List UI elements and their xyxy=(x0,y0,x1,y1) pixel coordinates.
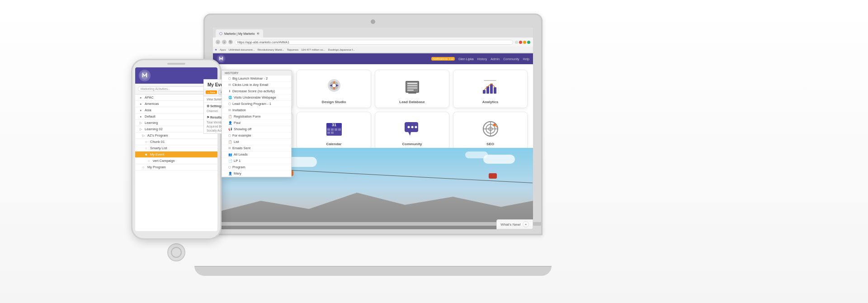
dropdown-item-3[interactable]: 🌐 Visits Undesirable Webpage xyxy=(222,95,291,101)
marketo-nav-items: Notifications: 112 Glen Lipka History Ad… xyxy=(431,57,529,61)
sidebar-item-vertcampaign[interactable]: ○ vert Campaign xyxy=(135,158,217,164)
dropdown-item-11[interactable]: ✉ Emails Sent xyxy=(222,145,291,152)
sidebar-label-smartylist: Smarty List xyxy=(150,146,167,150)
tile-label-calendar: Calendar xyxy=(326,142,341,146)
whats-new-bar[interactable]: What's New! + xyxy=(496,219,533,229)
svg-rect-32 xyxy=(338,128,341,131)
dropdown-icon: ⬡ xyxy=(228,77,231,80)
tile-analytics[interactable]: Analytics xyxy=(453,70,528,108)
dropdown-item-13[interactable]: 📄 LP 1 xyxy=(222,158,291,164)
marketo-navbar: Notifications: 112 Glen Lipka History Ad… xyxy=(213,53,533,64)
sidebar-item-myevent[interactable]: ■ My Event xyxy=(135,152,217,158)
admin-link[interactable]: Admin xyxy=(491,57,500,61)
whats-new-icon: + xyxy=(523,221,529,227)
back-button[interactable]: ‹ xyxy=(216,40,220,44)
phone-speaker xyxy=(167,63,185,65)
svg-rect-33 xyxy=(327,132,330,134)
address-bar-input[interactable]: https://app-abb.marketo.com/#MMA1 xyxy=(235,40,513,45)
design-studio-icon xyxy=(323,76,345,98)
new-button[interactable]: + New xyxy=(206,90,217,94)
bookmark-item[interactable]: Taquimos xyxy=(287,48,299,51)
svg-rect-31 xyxy=(335,128,337,131)
svg-rect-23 xyxy=(494,87,496,94)
sidebar-label-learning: Learning xyxy=(145,121,158,125)
svg-point-12 xyxy=(332,84,336,87)
dropdown-item-5[interactable]: ✉ Invitation xyxy=(222,107,291,114)
tree-icon-myevent: ■ xyxy=(145,153,149,156)
cloud-3 xyxy=(483,155,515,164)
user-name[interactable]: Glen Lipka xyxy=(458,57,473,61)
dropdown-icon: 👥 xyxy=(228,153,232,156)
dropdown-section-history: History xyxy=(222,71,291,76)
search-input[interactable]: Marketing Activities... xyxy=(138,86,208,91)
sidebar-label-default: Default xyxy=(145,114,156,118)
cloud-4 xyxy=(465,152,488,158)
tile-label-design: Design Studio xyxy=(322,100,346,104)
dropdown-icon: ⬇ xyxy=(228,90,231,93)
calendar-icon: 31 xyxy=(323,118,345,140)
notifications-badge[interactable]: Notifications: 112 xyxy=(431,57,455,61)
tree-icon-smartylist: ○ xyxy=(145,147,149,150)
dropdown-icon: 📄 xyxy=(228,159,232,163)
bookmark-item[interactable]: Revolutionary Warld... xyxy=(258,48,284,51)
dropdown-item-9[interactable]: ⬡ For example xyxy=(222,133,291,139)
sidebar-label-myprogram: My Program xyxy=(147,165,166,169)
dropdown-icon: 👤 xyxy=(228,172,232,175)
tile-seo[interactable]: SEO xyxy=(453,112,528,150)
tile-design-studio[interactable]: Design Studio xyxy=(297,70,371,108)
phone-home-button[interactable] xyxy=(167,243,185,261)
dropdown-item-1[interactable]: ✉ Clicks Link in Any Email xyxy=(222,82,291,88)
bookmark-item[interactable]: Unlimited document... xyxy=(229,48,255,51)
help-link[interactable]: Help xyxy=(523,57,529,61)
svg-rect-24 xyxy=(484,80,496,81)
dropdown-icon: 📢 xyxy=(228,128,232,131)
laptop-camera xyxy=(371,19,375,24)
history-link[interactable]: History xyxy=(477,57,487,61)
browser-address-bar: ‹ › ↻ https://app-abb.marketo.com/#MMA1 xyxy=(213,38,533,47)
dropdown-item-12[interactable]: 👥 All Leads xyxy=(222,152,291,158)
svg-rect-17 xyxy=(407,87,417,89)
dropdown-icon: 📋 xyxy=(228,140,232,144)
sidebar-item-smartylist[interactable]: ○ Smarty List xyxy=(135,145,217,152)
svg-marker-37 xyxy=(408,132,411,136)
tree-icon-americas: ● xyxy=(140,102,143,105)
dropdown-icon: ⬡ xyxy=(228,166,231,169)
tile-label-lead: Lead Database xyxy=(399,100,425,104)
sidebar-label-myevent: My Event xyxy=(150,152,164,156)
dropdown-item-0[interactable]: ⬡ Big Launch Webinar - 2 xyxy=(222,76,291,82)
browser-tab-label: Marketo | My Marketo xyxy=(224,32,255,35)
dropdown-item-10[interactable]: 📋 List xyxy=(222,139,291,145)
sidebar-label-learning02: Learning 02 xyxy=(145,127,163,131)
refresh-button[interactable]: ↻ xyxy=(228,40,233,44)
laptop-base xyxy=(194,266,552,276)
bookmark-item[interactable]: 134.477 million co... xyxy=(301,48,325,51)
sidebar-item-myprogram[interactable]: ○ My Program xyxy=(135,164,217,170)
tile-community[interactable]: Community xyxy=(375,112,449,150)
dropdown-item-7[interactable]: 👤 Paul xyxy=(222,120,291,126)
tree-icon-chunk01: ○ xyxy=(145,140,149,143)
dropdown-icon: ✉ xyxy=(228,109,231,112)
svg-rect-18 xyxy=(407,90,414,91)
dropdown-item-6[interactable]: 📋 Registration Form xyxy=(222,114,291,120)
tile-calendar[interactable]: 31 Calendar xyxy=(297,112,371,150)
sidebar-label-apac: APAC xyxy=(145,95,154,99)
history-dropdown: History ⬡ Big Launch Webinar - 2 ✉ Click… xyxy=(222,70,292,177)
bookmark-item[interactable]: Duolingo:Japanese f... xyxy=(328,48,355,51)
sidebar-item-chunk01[interactable]: ○ Chunk 01 xyxy=(135,139,217,145)
dropdown-item-8[interactable]: 📢 Showing off xyxy=(222,126,291,133)
home-button-ring xyxy=(171,247,182,258)
dropdown-icon: ✉ xyxy=(228,83,231,87)
community-link[interactable]: Community xyxy=(503,57,519,61)
dropdown-item-14[interactable]: ⬡ Program xyxy=(222,164,291,170)
browser-tab[interactable]: ⬡ Marketo | My Marketo × xyxy=(216,29,263,38)
dropdown-item-2[interactable]: ⬇ Decrease Score (no activity) xyxy=(222,88,291,95)
forward-button[interactable]: › xyxy=(222,40,226,44)
svg-point-38 xyxy=(407,126,410,128)
svg-rect-34 xyxy=(331,132,334,134)
dropdown-item-15[interactable]: 👤 Mary xyxy=(222,170,291,177)
dropdown-icon: ✉ xyxy=(228,147,231,150)
tree-icon-vertcampaign: ○ xyxy=(148,159,151,162)
dropdown-item-4[interactable]: ⬡ Lead Scoring Program - 1 xyxy=(222,101,291,107)
tile-lead-database[interactable]: Lead Database xyxy=(375,70,449,108)
tab-close-button[interactable]: × xyxy=(257,32,259,35)
